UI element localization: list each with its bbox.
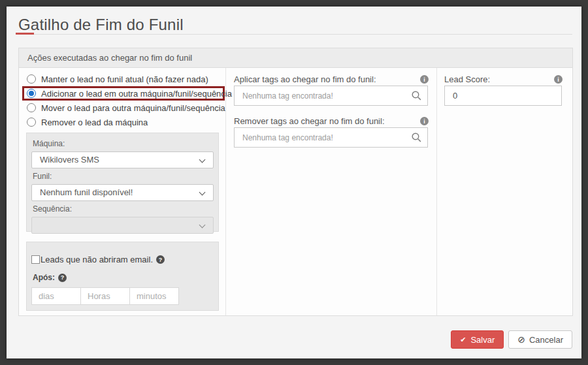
radio-unselected-icon[interactable]	[27, 118, 36, 127]
page-title: Gatilho de Fim do Funil	[18, 16, 184, 34]
after-label: Após:	[33, 273, 55, 282]
radio-option-remove-lead[interactable]: Remover o lead da máquina	[26, 115, 226, 129]
funnel-label: Funil:	[33, 172, 214, 181]
hours-input[interactable]	[80, 287, 130, 305]
lead-score-header: Lead Score: i	[444, 74, 563, 84]
radio-unselected-icon[interactable]	[27, 103, 36, 112]
actions-panel: Ações executadas ao chegar no fim do fun…	[18, 48, 573, 316]
radio-option-keep-lead[interactable]: Manter o lead no funil atual (não fazer …	[26, 72, 226, 86]
lead-score-input[interactable]	[444, 86, 562, 106]
funnel-select[interactable]: Nenhum funil disponível!	[31, 184, 214, 201]
after-row: Após: ?	[33, 273, 214, 282]
remove-tags-search-wrap	[234, 127, 428, 148]
cancel-button[interactable]: ⊘ Cancelar	[508, 330, 572, 349]
minutes-input[interactable]	[129, 287, 179, 305]
delay-time-inputs	[31, 287, 214, 305]
radio-option-label: Mover o lead para outra máquina/funil/se…	[41, 103, 225, 113]
checkbox-unchecked-icon[interactable]	[31, 255, 40, 264]
radio-option-label: Remover o lead da máquina	[41, 118, 148, 127]
radio-option-label: Adicionar o lead em outra máquina/funil/…	[41, 89, 232, 99]
end-of-funnel-trigger-modal: Gatilho de Fim do Funil Ações executadas…	[7, 7, 581, 358]
machine-select-value: Wikilovers SMS	[40, 155, 99, 165]
sequence-label: Sequência:	[33, 204, 214, 214]
apply-tags-header: Aplicar tags ao chegar no fim do funil: …	[234, 74, 429, 84]
save-button-label: Salvar	[470, 335, 495, 345]
check-icon: ✔	[460, 336, 466, 344]
info-icon[interactable]: i	[420, 75, 429, 84]
email-checkbox-label: Leads que não abriram email.	[41, 255, 153, 264]
funnel-select-value: Nenhum funil disponível!	[40, 187, 133, 197]
email-not-opened-box: Leads que não abriram email. ? Após: ?	[26, 242, 219, 311]
cancel-button-label: Cancelar	[529, 335, 563, 345]
apply-tags-search-input[interactable]	[234, 86, 428, 106]
radio-option-move-lead[interactable]: Mover o lead para outra máquina/funil/se…	[26, 101, 226, 115]
info-icon[interactable]: i	[420, 117, 429, 125]
machine-select[interactable]: Wikilovers SMS	[31, 151, 214, 168]
search-icon	[411, 132, 422, 143]
end-action-radio-group: Manter o lead no funil atual (não fazer …	[26, 72, 226, 129]
radio-unselected-icon[interactable]	[27, 74, 36, 84]
apply-tags-search-wrap	[234, 86, 428, 106]
save-button[interactable]: ✔ Salvar	[451, 330, 504, 349]
radio-option-label: Manter o lead no funil atual (não fazer …	[41, 74, 208, 84]
email-checkbox-row[interactable]: Leads que não abriram email. ?	[31, 255, 214, 264]
days-input[interactable]	[31, 287, 81, 305]
chevron-down-icon	[199, 222, 206, 229]
chevron-down-icon	[199, 189, 206, 196]
column-divider-2	[436, 68, 437, 315]
sequence-select	[31, 217, 214, 234]
remove-tags-search-input[interactable]	[234, 127, 428, 148]
modal-footer: ✔ Salvar ⊘ Cancelar	[451, 330, 572, 349]
help-icon[interactable]: ?	[156, 255, 165, 264]
info-icon[interactable]: i	[554, 75, 563, 84]
chevron-down-icon	[199, 157, 206, 163]
search-icon	[411, 90, 422, 101]
lead-score-label: Lead Score:	[444, 74, 490, 84]
title-divider	[18, 34, 572, 35]
panel-header-title: Ações executadas ao chegar no fim do fun…	[19, 48, 572, 68]
machine-label: Máquina:	[33, 139, 214, 148]
panel-body: Manter o lead no funil atual (não fazer …	[19, 68, 572, 315]
remove-tags-label: Remover tags ao chegar no fim do funil:	[234, 116, 385, 126]
title-accent-bar	[16, 33, 34, 35]
remove-tags-header: Remover tags ao chegar no fim do funil: …	[234, 116, 429, 126]
help-icon[interactable]: ?	[58, 274, 67, 282]
radio-option-add-lead[interactable]: Adicionar o lead em outra máquina/funil/…	[22, 86, 225, 101]
ban-icon: ⊘	[517, 335, 525, 344]
machine-selection-box: Máquina: Wikilovers SMS Funil: Nenhum fu…	[26, 133, 219, 232]
radio-selected-icon[interactable]	[27, 89, 36, 98]
apply-tags-label: Aplicar tags ao chegar no fim do funil:	[234, 74, 376, 84]
